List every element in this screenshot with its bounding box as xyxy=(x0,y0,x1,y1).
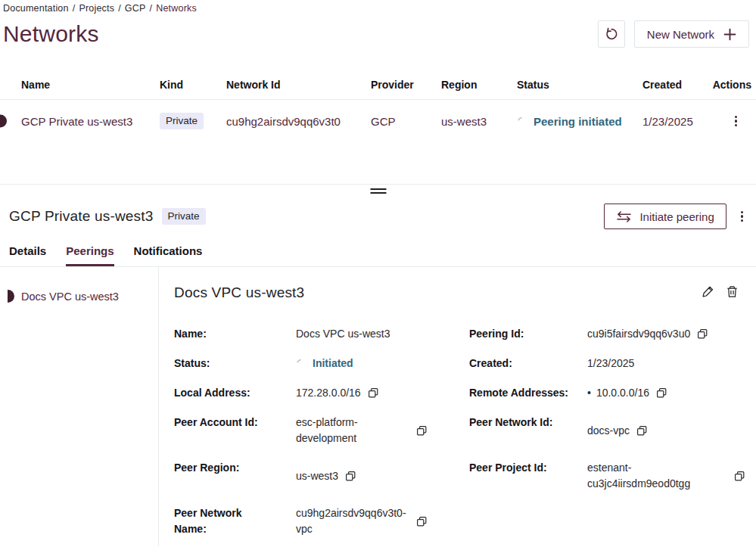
copy-button[interactable] xyxy=(416,425,428,437)
refresh-icon xyxy=(604,26,619,42)
network-id-cell: cu9hg2airsdv9qq6v3t0 xyxy=(226,115,371,128)
detail-tabs: Details Peerings Notifications xyxy=(0,244,756,267)
field-label: Peering Id: xyxy=(469,326,587,342)
swap-arrows-icon xyxy=(616,211,632,222)
column-header-created: Created xyxy=(642,79,710,91)
field-label: Remote Addresses: xyxy=(469,385,587,401)
column-header-name: Name xyxy=(0,79,160,91)
networks-page-header: Documentation/Projects/GCP/Networks Netw… xyxy=(0,0,756,48)
peering-icon xyxy=(8,290,14,303)
spinner-icon xyxy=(296,359,306,368)
field-value-peer-region: us-west3 xyxy=(296,460,469,492)
panel-resize-divider[interactable] xyxy=(0,184,756,197)
plus-icon xyxy=(723,28,736,41)
refresh-button[interactable] xyxy=(598,20,625,48)
new-network-label: New Network xyxy=(647,28,714,41)
new-network-button[interactable]: New Network xyxy=(634,20,749,48)
field-value-peer-account-id: esc-platform-development xyxy=(296,415,469,446)
field-value-peer-network-name: cu9hg2airsdv9qq6v3t0-vpc xyxy=(296,505,469,537)
copy-button[interactable] xyxy=(734,471,745,482)
column-header-kind: Kind xyxy=(160,79,226,91)
page-title: Networks xyxy=(3,21,99,47)
initiate-peering-button[interactable]: Initiate peering xyxy=(604,204,726,229)
tab-details[interactable]: Details xyxy=(9,244,46,266)
column-header-actions: Actions xyxy=(713,79,756,91)
field-label: Peer Network Id: xyxy=(469,415,587,446)
breadcrumb-separator: / xyxy=(73,3,76,14)
edit-peering-button[interactable] xyxy=(701,284,715,299)
field-label: Local Address: xyxy=(174,385,296,401)
network-name-link[interactable]: GCP Private us-west3 xyxy=(21,115,132,128)
network-created-cell: 1/23/2025 xyxy=(642,115,710,128)
column-header-status: Status xyxy=(517,79,642,91)
peerings-sidebar: Docs VPC us-west3 xyxy=(0,267,159,546)
panel-actions-menu-button[interactable] xyxy=(737,208,747,225)
pencil-icon xyxy=(701,284,715,299)
copy-button[interactable] xyxy=(697,328,708,340)
copy-button[interactable] xyxy=(368,387,379,399)
copy-button[interactable] xyxy=(656,387,667,399)
copy-icon xyxy=(416,425,428,437)
field-label: Status: xyxy=(174,356,296,371)
copy-icon xyxy=(636,425,648,437)
field-label: Created: xyxy=(469,356,587,371)
drag-handle-icon[interactable] xyxy=(370,188,386,194)
tab-peerings[interactable]: Peerings xyxy=(66,244,114,266)
field-label: Peer Account Id: xyxy=(174,415,296,446)
copy-icon xyxy=(697,328,708,340)
networks-table-header: Name Kind Network Id Provider Region Sta… xyxy=(0,70,756,100)
network-detail-title: GCP Private us-west3 xyxy=(9,208,154,225)
network-kind-cell: Private xyxy=(160,113,226,129)
status-badge: Peering initiated xyxy=(534,115,622,128)
breadcrumb-documentation[interactable]: Documentation xyxy=(3,3,69,14)
peering-fields: Name: Docs VPC us-west3 Peering Id: cu9i… xyxy=(174,326,747,537)
copy-icon xyxy=(345,471,356,482)
field-label: Name: xyxy=(174,326,296,342)
field-label: Peer Network Name: xyxy=(174,505,296,537)
sidebar-item-docs-vpc[interactable]: Docs VPC us-west3 xyxy=(0,285,158,307)
peering-detail: Docs VPC us-west3 xyxy=(159,267,756,546)
status-badge: Initiated xyxy=(313,356,353,371)
breadcrumb-gcp[interactable]: GCP xyxy=(125,3,146,14)
field-value-peering-id: cu9i5fairsdv9qq6v3u0 xyxy=(587,326,747,342)
sidebar-item-label: Docs VPC us-west3 xyxy=(21,291,119,303)
network-actions-cell xyxy=(731,113,756,130)
delete-peering-button[interactable] xyxy=(725,284,739,299)
copy-icon xyxy=(734,471,745,482)
copy-button[interactable] xyxy=(416,516,428,527)
breadcrumb-separator: / xyxy=(118,3,121,14)
column-header-region: Region xyxy=(441,79,517,91)
peering-title: Docs VPC us-west3 xyxy=(174,284,304,301)
breadcrumb-networks: Networks xyxy=(156,3,197,14)
field-value-created: 1/23/2025 xyxy=(587,356,747,371)
trash-icon xyxy=(725,284,739,299)
networks-table: Name Kind Network Id Provider Region Sta… xyxy=(0,70,756,142)
network-provider-cell: GCP xyxy=(371,115,441,128)
field-label: Peer Project Id: xyxy=(469,460,587,492)
breadcrumb: Documentation/Projects/GCP/Networks xyxy=(3,3,749,14)
copy-button[interactable] xyxy=(345,471,356,482)
network-region-cell: us-west3 xyxy=(441,115,517,128)
copy-icon xyxy=(656,387,667,399)
spinner-icon xyxy=(517,117,527,126)
breadcrumb-projects[interactable]: Projects xyxy=(79,3,114,14)
field-value-status: Initiated xyxy=(296,356,469,371)
network-detail-header: GCP Private us-west3 Private Initiate pe… xyxy=(0,201,756,232)
network-name-cell[interactable]: GCP Private us-west3 xyxy=(0,115,160,128)
kind-badge: Private xyxy=(160,113,204,129)
field-label: Peer Region: xyxy=(174,460,296,492)
initiate-peering-label: Initiate peering xyxy=(639,210,714,223)
field-value-local-address: 172.28.0.0/16 xyxy=(296,385,469,401)
field-value-remote-addresses: • 10.0.0.0/16 xyxy=(587,385,747,401)
table-row[interactable]: GCP Private us-west3 Private cu9hg2airsd… xyxy=(0,100,756,142)
bullet: • xyxy=(587,385,591,401)
field-value-peer-project-id: estenant-cu3jc4iirsdm9eod0tgg xyxy=(587,460,747,492)
tab-notifications[interactable]: Notifications xyxy=(134,244,203,266)
copy-button[interactable] xyxy=(636,425,648,437)
network-icon xyxy=(0,115,7,128)
network-status-cell: Peering initiated xyxy=(517,115,642,128)
row-actions-menu-button[interactable] xyxy=(731,113,741,130)
column-header-network-id: Network Id xyxy=(226,79,371,91)
field-value-name: Docs VPC us-west3 xyxy=(296,326,469,342)
field-value-peer-network-id: docs-vpc xyxy=(587,415,747,446)
